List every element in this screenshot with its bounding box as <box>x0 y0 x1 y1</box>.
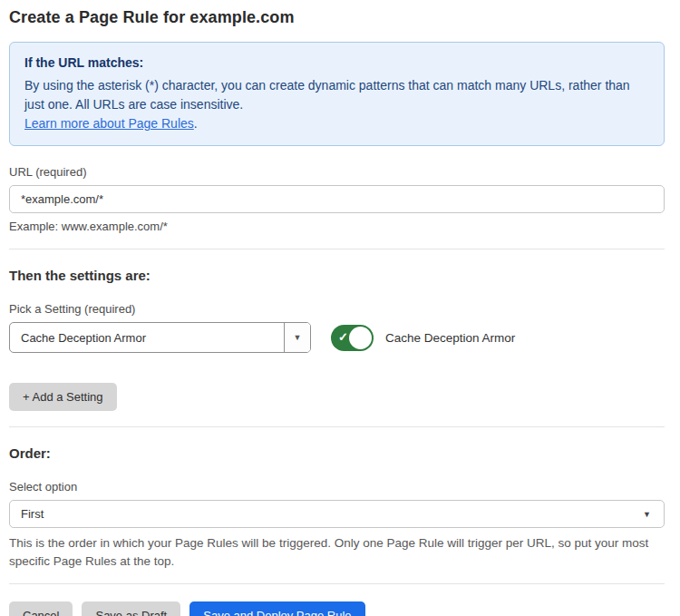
settings-section-heading: Then the settings are: <box>9 268 665 283</box>
divider <box>9 426 665 427</box>
setting-picker-value: Cache Deception Armor <box>10 323 284 352</box>
footer-actions: Cancel Save as Draft Save and Deploy Pag… <box>9 601 665 616</box>
order-section-heading: Order: <box>9 445 665 461</box>
chevron-down-icon[interactable]: ▼ <box>284 323 310 352</box>
setting-picker-label: Pick a Setting (required) <box>9 302 665 316</box>
learn-more-link[interactable]: Learn more about Page Rules <box>24 116 194 131</box>
divider <box>9 249 665 249</box>
save-and-deploy-button[interactable]: Save and Deploy Page Rule <box>189 601 364 616</box>
info-banner-heading: If the URL matches: <box>24 54 649 73</box>
save-as-draft-button[interactable]: Save as Draft <box>82 601 180 616</box>
setting-picker-dropdown[interactable]: Cache Deception Armor ▼ <box>9 322 311 353</box>
check-icon: ✓ <box>338 330 348 344</box>
toggle-setting-label: Cache Deception Armor <box>385 331 515 345</box>
order-select-value: First <box>21 507 44 521</box>
link-period: . <box>194 116 198 131</box>
url-match-info-banner: If the URL matches: By using the asteris… <box>9 42 665 146</box>
order-select-wrap: First ▼ <box>9 500 665 528</box>
url-input[interactable] <box>9 185 665 213</box>
order-select-label: Select option <box>9 480 665 494</box>
toggle-knob <box>349 327 372 349</box>
url-field-label: URL (required) <box>9 165 665 179</box>
add-setting-button[interactable]: + Add a Setting <box>9 383 117 411</box>
chevron-down-icon: ▼ <box>643 510 651 519</box>
cancel-button[interactable]: Cancel <box>9 601 73 616</box>
divider <box>9 583 665 584</box>
order-select[interactable]: First ▼ <box>9 500 665 528</box>
url-example-helper: Example: www.example.com/* <box>9 220 665 233</box>
cache-deception-armor-toggle[interactable]: ✓ <box>331 325 374 351</box>
setting-row: Cache Deception Armor ▼ ✓ Cache Deceptio… <box>9 322 665 353</box>
order-helper-text: This is the order in which your Page Rul… <box>9 534 653 571</box>
info-banner-link-line: Learn more about Page Rules. <box>24 114 649 133</box>
info-banner-body: By using the asterisk (*) character, you… <box>24 76 649 114</box>
page-title: Create a Page Rule for example.com <box>9 8 665 27</box>
